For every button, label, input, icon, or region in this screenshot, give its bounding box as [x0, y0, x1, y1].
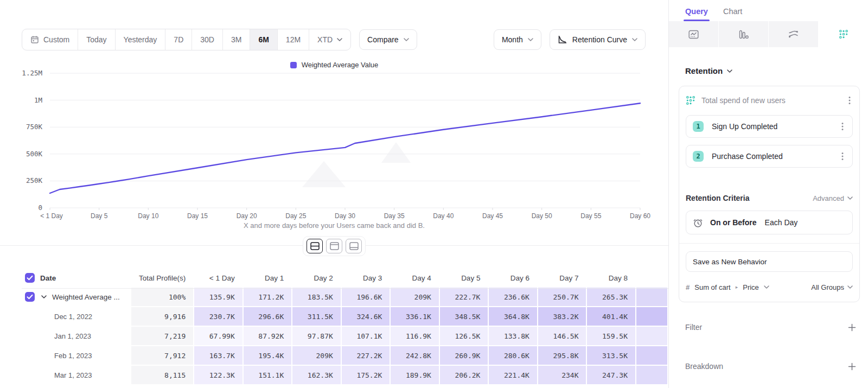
value-cell[interactable]: 336.1K [391, 307, 439, 326]
total-cell[interactable]: 7,219 [131, 327, 193, 345]
expand-chevron-icon[interactable] [41, 295, 47, 298]
value-cell[interactable]: 364.8K [489, 307, 537, 326]
value-cell-partial[interactable] [636, 327, 667, 345]
column-header-0[interactable]: Total Profile(s) [131, 269, 193, 287]
header-checkbox[interactable] [25, 273, 35, 283]
total-cell[interactable]: 8,115 [131, 366, 193, 384]
behavior-title[interactable]: Total spend of new users [701, 96, 840, 105]
range-xtd[interactable]: XTD [309, 29, 350, 50]
value-cell[interactable]: 209K [292, 346, 341, 365]
value-cell[interactable]: 265.3K [587, 288, 635, 306]
value-cell[interactable]: 122.3K [194, 366, 242, 384]
kebab-menu-icon[interactable] [846, 95, 853, 106]
range-custom[interactable]: Custom [22, 29, 78, 50]
value-cell-partial[interactable] [636, 307, 667, 326]
table-row[interactable]: Dec 1, 20229,916230.7K296.6K311.5K324.6K… [23, 307, 667, 326]
granularity-button[interactable]: Month [494, 29, 541, 50]
value-cell[interactable]: 296.6K [244, 307, 292, 326]
date-cell[interactable]: Feb 1, 2023 [23, 346, 130, 365]
column-header-7[interactable]: Day 6 [489, 269, 537, 287]
column-header-4[interactable]: Day 3 [342, 269, 390, 287]
column-header-date[interactable]: Date [23, 269, 130, 287]
layout-table-button[interactable] [346, 239, 362, 253]
value-cell-partial[interactable] [636, 346, 667, 365]
advanced-dropdown[interactable]: Advanced [813, 194, 853, 202]
column-header-5[interactable]: Day 4 [391, 269, 439, 287]
column-header-9[interactable]: Day 8 [587, 269, 635, 287]
value-cell[interactable]: 135.9K [194, 288, 242, 306]
value-cell[interactable]: 107.1K [342, 327, 390, 345]
tab-chart[interactable]: Chart [723, 7, 742, 21]
funnels-tab[interactable] [719, 21, 769, 47]
date-cell[interactable]: Dec 1, 2022 [23, 307, 130, 326]
add-breakdown-button[interactable] [848, 362, 856, 371]
value-cell[interactable]: 221.4K [489, 366, 537, 384]
measure-row[interactable]: # Sum of cart ▸ Price All Groups [686, 279, 853, 295]
value-cell[interactable]: 206.2K [440, 366, 488, 384]
value-cell[interactable]: 97.87K [292, 327, 341, 345]
value-cell[interactable]: 383.2K [538, 307, 586, 326]
range-today[interactable]: Today [78, 29, 115, 50]
value-cell[interactable]: 227.2K [342, 346, 390, 365]
total-cell[interactable]: 9,916 [131, 307, 193, 326]
date-cell[interactable]: Mar 1, 2023 [23, 366, 130, 384]
layout-split-button[interactable] [307, 239, 323, 253]
value-cell[interactable]: 222.7K [440, 288, 488, 306]
range-yesterday[interactable]: Yesterday [116, 29, 166, 50]
value-cell[interactable]: 234K [538, 366, 586, 384]
value-cell-partial[interactable] [636, 366, 667, 384]
retention-tab[interactable] [819, 21, 868, 47]
all-groups-dropdown[interactable]: All Groups [811, 283, 853, 291]
column-header-8[interactable]: Day 7 [538, 269, 586, 287]
value-cell[interactable]: 189.9K [391, 366, 439, 384]
row-checkbox[interactable] [25, 292, 35, 302]
value-cell[interactable]: 348.5K [440, 307, 488, 326]
retention-line[interactable] [50, 103, 640, 193]
event-row-1[interactable]: 1 Sign Up Completed [686, 115, 853, 138]
value-cell[interactable]: 67.99K [194, 327, 242, 345]
column-header-2[interactable]: Day 1 [244, 269, 292, 287]
value-cell[interactable]: 116.9K [391, 327, 439, 345]
retention-curve-chart[interactable]: 0250K500K750K1M1.25M< 1 DayDay 5Day 10Da… [0, 69, 668, 232]
range-30d[interactable]: 30D [192, 29, 223, 50]
value-cell[interactable]: 133.8K [489, 327, 537, 345]
value-cell[interactable]: 401.4K [587, 307, 635, 326]
value-cell[interactable]: 295.8K [538, 346, 586, 365]
value-cell[interactable]: 195.4K [244, 346, 292, 365]
value-cell[interactable]: 324.6K [342, 307, 390, 326]
value-cell[interactable]: 175.2K [342, 366, 390, 384]
retention-curve-plot[interactable]: 0250K500K750K1M1.25M< 1 DayDay 5Day 10Da… [0, 69, 668, 232]
total-cell[interactable]: 100% [131, 288, 193, 306]
chart-legend[interactable]: Weighted Average Value [0, 61, 668, 69]
date-cell[interactable]: Weighted Average ... [23, 288, 130, 306]
column-header-1[interactable]: < 1 Day [194, 269, 242, 287]
value-cell[interactable]: 126.5K [440, 327, 488, 345]
value-cell[interactable]: 183.5K [292, 288, 341, 306]
add-filter-button[interactable] [848, 323, 856, 332]
value-cell[interactable]: 196.6K [342, 288, 390, 306]
value-cell[interactable]: 159.5K [587, 327, 635, 345]
value-cell[interactable]: 260.9K [440, 346, 488, 365]
value-cell[interactable]: 162.3K [292, 366, 341, 384]
value-cell[interactable]: 247.3K [587, 366, 635, 384]
range-7d[interactable]: 7D [165, 29, 192, 50]
range-6m[interactable]: 6M [250, 29, 277, 50]
save-as-new-behavior-button[interactable]: Save as New Behavior [686, 251, 853, 272]
value-cell[interactable]: 313.5K [587, 346, 635, 365]
event-row-2[interactable]: 2 Purchase Completed [686, 145, 853, 168]
value-cell[interactable]: 163.7K [194, 346, 242, 365]
value-cell[interactable]: 242.8K [391, 346, 439, 365]
value-cell[interactable]: 280.6K [489, 346, 537, 365]
flows-tab[interactable] [769, 21, 819, 47]
range-12m[interactable]: 12M [278, 29, 309, 50]
value-cell[interactable]: 87.92K [244, 327, 292, 345]
range-3m[interactable]: 3M [223, 29, 250, 50]
value-cell[interactable]: 311.5K [292, 307, 341, 326]
compare-button[interactable]: Compare [359, 29, 417, 50]
table-row[interactable]: Feb 1, 20237,912163.7K195.4K209K227.2K24… [23, 346, 667, 365]
insights-tab[interactable] [669, 21, 719, 47]
date-cell[interactable]: Jan 1, 2023 [23, 327, 130, 345]
layout-chart-button[interactable] [326, 239, 342, 253]
value-cell[interactable]: 236.6K [489, 288, 537, 306]
value-cell[interactable]: 151.1K [244, 366, 292, 384]
